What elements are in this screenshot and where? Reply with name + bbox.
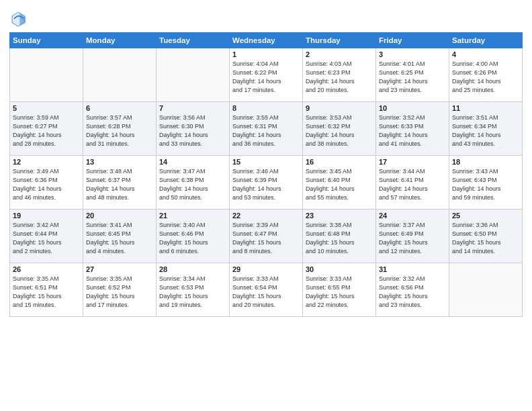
day-info: Sunrise: 3:56 AM Sunset: 6:30 PM Dayligh… (159, 113, 226, 148)
calendar-cell: 23Sunrise: 3:38 AM Sunset: 6:48 PM Dayli… (303, 210, 376, 263)
calendar: SundayMondayTuesdayWednesdayThursdayFrid… (9, 32, 523, 317)
calendar-cell: 24Sunrise: 3:37 AM Sunset: 6:49 PM Dayli… (376, 210, 449, 263)
day-number: 12 (13, 158, 80, 166)
day-number: 14 (159, 158, 226, 166)
day-info: Sunrise: 3:59 AM Sunset: 6:27 PM Dayligh… (13, 113, 80, 148)
day-info: Sunrise: 3:35 AM Sunset: 6:51 PM Dayligh… (13, 275, 80, 310)
day-number: 6 (86, 104, 153, 112)
calendar-cell: 8Sunrise: 3:55 AM Sunset: 6:31 PM Daylig… (230, 102, 303, 156)
day-number: 18 (452, 158, 519, 166)
calendar-cell: 31Sunrise: 3:32 AM Sunset: 6:56 PM Dayli… (376, 263, 449, 317)
day-info: Sunrise: 3:45 AM Sunset: 6:40 PM Dayligh… (306, 167, 373, 202)
day-number: 26 (13, 265, 80, 273)
day-info: Sunrise: 3:35 AM Sunset: 6:52 PM Dayligh… (86, 275, 153, 310)
day-number: 24 (379, 212, 446, 220)
day-info: Sunrise: 3:52 AM Sunset: 6:33 PM Dayligh… (379, 113, 446, 148)
calendar-cell: 27Sunrise: 3:35 AM Sunset: 6:52 PM Dayli… (83, 263, 157, 317)
calendar-cell (449, 263, 523, 317)
day-info: Sunrise: 3:57 AM Sunset: 6:28 PM Dayligh… (86, 113, 153, 148)
day-info: Sunrise: 3:46 AM Sunset: 6:39 PM Dayligh… (232, 167, 300, 202)
day-info: Sunrise: 3:47 AM Sunset: 6:38 PM Dayligh… (159, 167, 226, 202)
day-number: 10 (379, 104, 446, 112)
calendar-week-0: 1Sunrise: 4:04 AM Sunset: 6:22 PM Daylig… (10, 48, 523, 102)
day-number: 22 (232, 212, 300, 220)
calendar-cell: 29Sunrise: 3:33 AM Sunset: 6:54 PM Dayli… (230, 263, 303, 317)
day-info: Sunrise: 3:40 AM Sunset: 6:46 PM Dayligh… (159, 221, 226, 256)
day-info: Sunrise: 4:01 AM Sunset: 6:25 PM Dayligh… (379, 60, 446, 95)
calendar-dow-monday: Monday (83, 33, 157, 48)
calendar-header-row: SundayMondayTuesdayWednesdayThursdayFrid… (10, 33, 523, 48)
day-number: 25 (452, 212, 519, 220)
calendar-cell: 18Sunrise: 3:43 AM Sunset: 6:43 PM Dayli… (449, 156, 523, 210)
calendar-dow-sunday: Sunday (10, 33, 83, 48)
calendar-week-3: 19Sunrise: 3:42 AM Sunset: 6:44 PM Dayli… (10, 210, 523, 263)
day-info: Sunrise: 3:49 AM Sunset: 6:36 PM Dayligh… (13, 167, 80, 202)
calendar-cell: 12Sunrise: 3:49 AM Sunset: 6:36 PM Dayli… (10, 156, 83, 210)
day-number: 13 (86, 158, 153, 166)
header (9, 7, 523, 28)
calendar-cell (83, 48, 157, 102)
calendar-dow-wednesday: Wednesday (230, 33, 303, 48)
day-number: 5 (13, 104, 80, 112)
calendar-cell: 11Sunrise: 3:51 AM Sunset: 6:34 PM Dayli… (449, 102, 523, 156)
calendar-cell: 5Sunrise: 3:59 AM Sunset: 6:27 PM Daylig… (10, 102, 83, 156)
logo (9, 9, 30, 28)
calendar-cell: 20Sunrise: 3:41 AM Sunset: 6:45 PM Dayli… (83, 210, 157, 263)
calendar-dow-tuesday: Tuesday (157, 33, 230, 48)
calendar-cell: 30Sunrise: 3:33 AM Sunset: 6:55 PM Dayli… (303, 263, 376, 317)
calendar-cell: 13Sunrise: 3:48 AM Sunset: 6:37 PM Dayli… (83, 156, 157, 210)
calendar-week-1: 5Sunrise: 3:59 AM Sunset: 6:27 PM Daylig… (10, 102, 523, 156)
day-number: 17 (379, 158, 446, 166)
calendar-cell: 28Sunrise: 3:34 AM Sunset: 6:53 PM Dayli… (157, 263, 230, 317)
day-number: 19 (13, 212, 80, 220)
calendar-dow-saturday: Saturday (449, 33, 523, 48)
day-info: Sunrise: 3:51 AM Sunset: 6:34 PM Dayligh… (452, 113, 519, 148)
calendar-cell: 26Sunrise: 3:35 AM Sunset: 6:51 PM Dayli… (10, 263, 83, 317)
day-number: 2 (306, 50, 373, 58)
calendar-dow-friday: Friday (376, 33, 449, 48)
day-number: 11 (452, 104, 519, 112)
calendar-cell (10, 48, 83, 102)
day-number: 8 (232, 104, 300, 112)
day-info: Sunrise: 3:48 AM Sunset: 6:37 PM Dayligh… (86, 167, 153, 202)
day-info: Sunrise: 3:34 AM Sunset: 6:53 PM Dayligh… (159, 275, 226, 310)
day-number: 31 (379, 265, 446, 273)
day-number: 3 (379, 50, 446, 58)
day-number: 1 (232, 50, 300, 58)
calendar-cell: 17Sunrise: 3:44 AM Sunset: 6:41 PM Dayli… (376, 156, 449, 210)
calendar-cell: 14Sunrise: 3:47 AM Sunset: 6:38 PM Dayli… (157, 156, 230, 210)
day-info: Sunrise: 3:53 AM Sunset: 6:32 PM Dayligh… (306, 113, 373, 148)
day-info: Sunrise: 3:43 AM Sunset: 6:43 PM Dayligh… (452, 167, 519, 202)
calendar-cell: 10Sunrise: 3:52 AM Sunset: 6:33 PM Dayli… (376, 102, 449, 156)
calendar-cell: 3Sunrise: 4:01 AM Sunset: 6:25 PM Daylig… (376, 48, 449, 102)
calendar-cell: 4Sunrise: 4:00 AM Sunset: 6:26 PM Daylig… (449, 48, 523, 102)
page: SundayMondayTuesdayWednesdayThursdayFrid… (0, 0, 532, 411)
calendar-cell: 9Sunrise: 3:53 AM Sunset: 6:32 PM Daylig… (303, 102, 376, 156)
day-info: Sunrise: 3:32 AM Sunset: 6:56 PM Dayligh… (379, 275, 446, 310)
day-info: Sunrise: 3:37 AM Sunset: 6:49 PM Dayligh… (379, 221, 446, 256)
day-info: Sunrise: 3:33 AM Sunset: 6:55 PM Dayligh… (306, 275, 373, 310)
day-number: 4 (452, 50, 519, 58)
day-info: Sunrise: 3:55 AM Sunset: 6:31 PM Dayligh… (232, 113, 300, 148)
day-info: Sunrise: 3:33 AM Sunset: 6:54 PM Dayligh… (232, 275, 300, 310)
calendar-dow-thursday: Thursday (303, 33, 376, 48)
calendar-cell (157, 48, 230, 102)
day-info: Sunrise: 4:04 AM Sunset: 6:22 PM Dayligh… (232, 60, 300, 95)
calendar-cell: 2Sunrise: 4:03 AM Sunset: 6:23 PM Daylig… (303, 48, 376, 102)
calendar-cell: 21Sunrise: 3:40 AM Sunset: 6:46 PM Dayli… (157, 210, 230, 263)
calendar-cell: 1Sunrise: 4:04 AM Sunset: 6:22 PM Daylig… (230, 48, 303, 102)
calendar-cell: 22Sunrise: 3:39 AM Sunset: 6:47 PM Dayli… (230, 210, 303, 263)
calendar-week-4: 26Sunrise: 3:35 AM Sunset: 6:51 PM Dayli… (10, 263, 523, 317)
day-number: 7 (159, 104, 226, 112)
day-number: 27 (86, 265, 153, 273)
day-info: Sunrise: 3:39 AM Sunset: 6:47 PM Dayligh… (232, 221, 300, 256)
day-number: 28 (159, 265, 226, 273)
calendar-cell: 16Sunrise: 3:45 AM Sunset: 6:40 PM Dayli… (303, 156, 376, 210)
day-number: 30 (306, 265, 373, 273)
logo-icon (9, 9, 28, 28)
day-number: 29 (232, 265, 300, 273)
calendar-cell: 15Sunrise: 3:46 AM Sunset: 6:39 PM Dayli… (230, 156, 303, 210)
day-number: 21 (159, 212, 226, 220)
day-info: Sunrise: 3:41 AM Sunset: 6:45 PM Dayligh… (86, 221, 153, 256)
day-number: 23 (306, 212, 373, 220)
